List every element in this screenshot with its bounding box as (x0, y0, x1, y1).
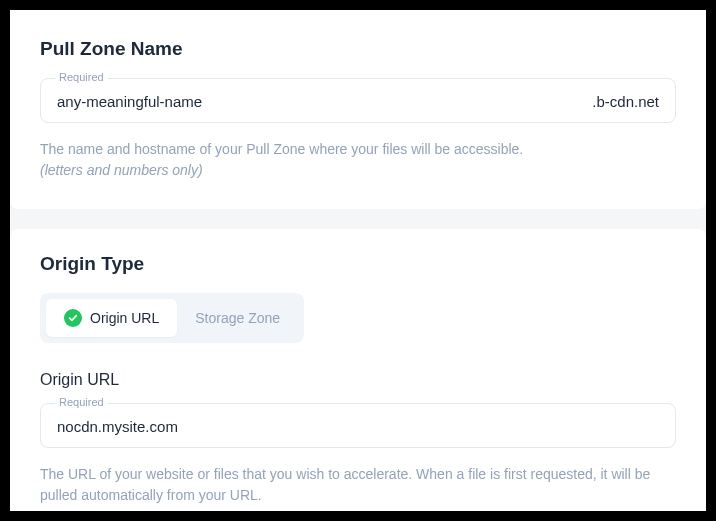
pull-zone-help-line2: (letters and numbers only) (40, 162, 203, 178)
pull-zone-title: Pull Zone Name (40, 38, 676, 60)
pull-zone-name-field-wrap: Required .b-cdn.net (40, 78, 676, 123)
pull-zone-help-line1: The name and hostname of your Pull Zone … (40, 141, 523, 157)
storage-zone-option-label: Storage Zone (195, 310, 280, 326)
origin-type-toggle: Origin URL Storage Zone (40, 293, 304, 343)
origin-url-label: Origin URL (40, 371, 676, 389)
pull-zone-name-input[interactable] (57, 93, 592, 110)
checkmark-icon (64, 309, 82, 327)
pull-zone-help-text: The name and hostname of your Pull Zone … (40, 139, 676, 181)
origin-url-field-wrap: Required (40, 403, 676, 448)
pull-zone-domain-suffix: .b-cdn.net (592, 93, 659, 110)
origin-url-option-label: Origin URL (90, 310, 159, 326)
origin-url-input[interactable] (57, 418, 659, 435)
origin-url-help-text: The URL of your website or files that yo… (40, 464, 676, 506)
origin-type-title: Origin Type (40, 253, 676, 275)
pull-zone-card: Pull Zone Name Required .b-cdn.net The n… (10, 10, 706, 209)
pull-zone-field-legend: Required (55, 71, 108, 83)
origin-type-card: Origin Type Origin URL Storage Zone Orig… (10, 229, 706, 511)
origin-url-option[interactable]: Origin URL (46, 299, 177, 337)
page-container: Pull Zone Name Required .b-cdn.net The n… (10, 10, 706, 511)
storage-zone-option[interactable]: Storage Zone (177, 299, 298, 337)
origin-url-field-legend: Required (55, 396, 108, 408)
